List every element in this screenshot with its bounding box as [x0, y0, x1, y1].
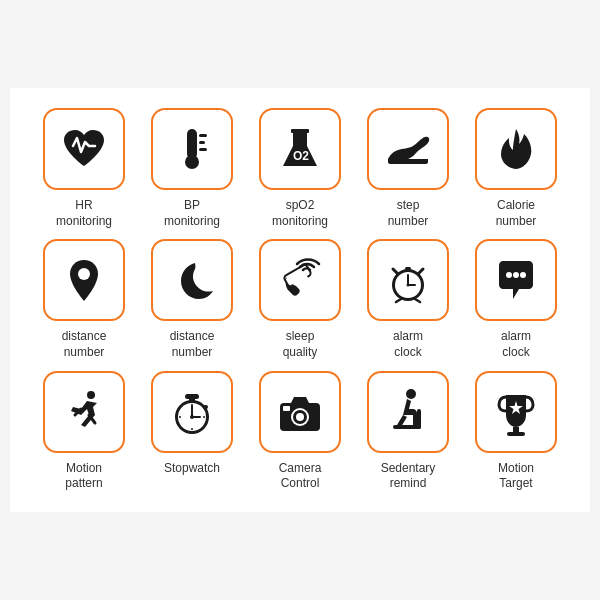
run-icon — [59, 387, 109, 437]
svg-point-41 — [296, 413, 304, 421]
sleep-quality-cell: sleepquality — [250, 239, 350, 360]
svg-rect-0 — [187, 129, 197, 159]
step-number-label: stepnumber — [388, 198, 429, 229]
step-number-cell: stepnumber — [358, 108, 458, 229]
phone-signal-icon — [275, 255, 325, 305]
motion-target-label: MotionTarget — [498, 461, 534, 492]
spo2-icon: O2 — [275, 124, 325, 174]
sedentary-remind-cell: Sedentaryremind — [358, 371, 458, 492]
svg-line-18 — [396, 299, 401, 302]
svg-point-1 — [185, 155, 199, 169]
camera-control-icon-box — [259, 371, 341, 453]
spo2-monitoring-cell: O2 spO2monitoring — [250, 108, 350, 229]
svg-point-20 — [506, 272, 512, 278]
alarm-clock-1-icon-box — [367, 239, 449, 321]
bp-monitoring-icon-box — [151, 108, 233, 190]
motion-target-cell: MotionTarget — [466, 371, 566, 492]
svg-rect-29 — [185, 394, 199, 399]
flame-icon — [491, 124, 541, 174]
hr-monitoring-cell: HRmonitoring — [34, 108, 134, 229]
stopwatch-icon — [167, 387, 217, 437]
camera-control-cell: CameraControl — [250, 371, 350, 492]
distance-number-1-cell: distancenumber — [34, 239, 134, 360]
motion-pattern-cell: Motionpattern — [34, 371, 134, 492]
alarm-clock-1-cell: alarmclock — [358, 239, 458, 360]
stopwatch-icon-box — [151, 371, 233, 453]
distance-1-icon-box — [43, 239, 125, 321]
svg-rect-47 — [507, 432, 525, 436]
step-number-icon-box — [367, 108, 449, 190]
sleep-quality-icon-box — [259, 239, 341, 321]
svg-rect-17 — [405, 267, 411, 270]
spo2-monitoring-label: spO2monitoring — [272, 198, 328, 229]
distance-2-icon-box: Z z — [151, 239, 233, 321]
calorie-number-label: Calorienumber — [496, 198, 537, 229]
sedentary-remind-icon-box — [367, 371, 449, 453]
row-3: Motionpattern — [20, 371, 580, 492]
svg-rect-2 — [199, 134, 207, 137]
hr-monitoring-label: HRmonitoring — [56, 198, 112, 229]
svg-rect-5 — [291, 129, 309, 133]
svg-point-23 — [87, 391, 95, 399]
row-2: distancenumber Z z distancenumber — [20, 239, 580, 360]
motion-target-icon-box — [475, 371, 557, 453]
motion-pattern-icon-box — [43, 371, 125, 453]
hr-monitoring-icon-box — [43, 108, 125, 190]
shoe-icon — [383, 124, 433, 174]
trophy-icon — [491, 387, 541, 437]
chat-icon — [491, 255, 541, 305]
row-1: HRmonitoring BPmonitoring — [20, 108, 580, 229]
svg-point-21 — [513, 272, 519, 278]
sleep-icon: Z z — [167, 255, 217, 305]
svg-rect-3 — [199, 141, 205, 144]
svg-text:O2: O2 — [293, 149, 309, 163]
camera-control-label: CameraControl — [279, 461, 322, 492]
svg-point-22 — [520, 272, 526, 278]
alarm-clock-2-cell: alarmclock — [466, 239, 566, 360]
svg-rect-30 — [203, 405, 208, 409]
bp-monitoring-cell: BPmonitoring — [142, 108, 242, 229]
svg-rect-44 — [393, 425, 421, 429]
distance-number-2-cell: Z z distancenumber — [142, 239, 242, 360]
svg-rect-42 — [283, 406, 290, 411]
motion-pattern-label: Motionpattern — [65, 461, 102, 492]
pin-icon — [59, 255, 109, 305]
bp-monitoring-label: BPmonitoring — [164, 198, 220, 229]
svg-rect-45 — [417, 409, 421, 429]
svg-point-33 — [190, 415, 194, 419]
bp-icon — [167, 124, 217, 174]
svg-rect-4 — [199, 148, 207, 151]
calorie-number-cell: Calorienumber — [466, 108, 566, 229]
stopwatch-cell: Stopwatch — [142, 371, 242, 492]
alarm-clock-2-label: alarmclock — [501, 329, 531, 360]
alarm-clock-2-icon-box — [475, 239, 557, 321]
alarm-clock-1-label: alarmclock — [393, 329, 423, 360]
svg-point-43 — [406, 389, 416, 399]
distance-number-2-label: distancenumber — [170, 329, 215, 360]
sit-icon — [383, 387, 433, 437]
distance-number-1-label: distancenumber — [62, 329, 107, 360]
heart-icon — [59, 124, 109, 174]
alarm-icon — [383, 255, 433, 305]
svg-text:z: z — [203, 265, 208, 275]
stopwatch-label: Stopwatch — [164, 461, 220, 477]
svg-line-19 — [415, 299, 420, 302]
sleep-quality-label: sleepquality — [283, 329, 318, 360]
spo2-monitoring-icon-box: O2 — [259, 108, 341, 190]
camera-icon — [275, 387, 325, 437]
svg-point-7 — [78, 268, 90, 280]
icon-grid: HRmonitoring BPmonitoring — [10, 88, 590, 512]
calorie-number-icon-box — [475, 108, 557, 190]
sedentary-remind-label: Sedentaryremind — [381, 461, 436, 492]
